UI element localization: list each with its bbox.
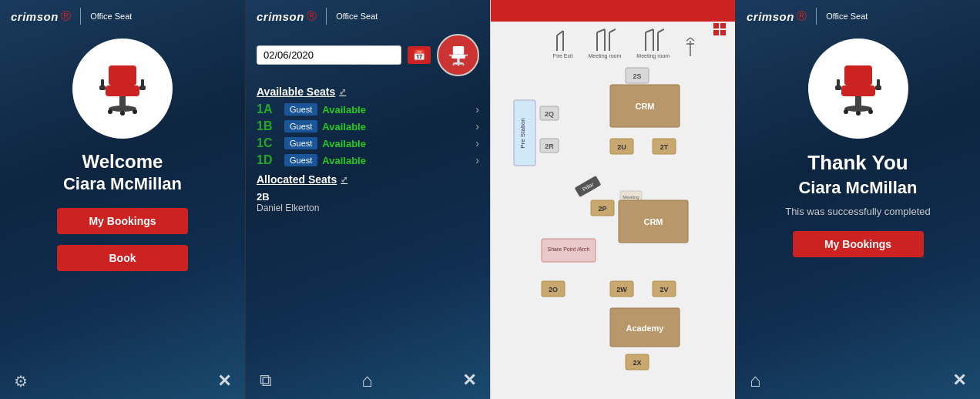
seat-row-1b[interactable]: 1B Guest Available › [257,119,479,133]
svg-rect-22 [713,30,719,35]
svg-point-79 [844,109,848,114]
seat-row-1c[interactable]: 1C Guest Available › [257,136,479,150]
close-icon-4[interactable]: ✕ [952,370,966,391]
home-icon-4[interactable]: ⌂ [750,370,761,391]
panel-welcome: crimson® Office Seat Welcome Ciara McMil… [0,0,245,399]
welcome-chair-circle [72,39,173,139]
svg-point-17 [462,63,464,65]
close-icon-1[interactable]: ✕ [217,371,231,391]
logo-bar-2: crimson® Office Seat [246,0,490,28]
svg-point-14 [452,62,463,64]
available-seats-header: Available Seats ⤢ [257,86,479,98]
svg-point-81 [868,109,873,114]
bottom-bar-4: ⌂ ✕ [736,370,980,391]
alloc-id-2b: 2B [257,191,479,203]
meeting-room-label-2: Meeting room [636,28,670,59]
logo-subtitle-1: Office Seat [90,12,132,21]
svg-rect-11 [452,46,463,54]
svg-text:Share Point /Arch: Share Point /Arch [548,246,590,252]
chevron-1d: › [475,154,479,166]
svg-rect-23 [720,30,726,35]
chair-icon-1 [92,58,153,119]
panel-thankyou: crimson® Office Seat Thank You Ciara McM… [735,0,980,399]
allocated-seat-2b: 2B Daniel Elkerton [257,191,479,213]
svg-text:CRM: CRM [643,217,663,226]
svg-rect-9 [101,79,104,87]
svg-line-28 [597,29,605,32]
calendar-icon[interactable]: 📅 [408,46,431,64]
svg-point-80 [856,111,861,116]
seat-badge-1a: Guest [284,103,317,116]
meeting-room-label-1: Meeting room [589,28,622,59]
svg-point-15 [452,63,454,65]
date-input[interactable] [257,45,401,65]
svg-rect-12 [451,54,465,59]
expand-available-icon[interactable]: ⤢ [339,87,346,97]
svg-rect-20 [713,23,719,28]
seat-row-1d[interactable]: 1D Guest Available › [257,153,479,167]
close-icon-2[interactable]: ✕ [462,370,476,391]
svg-text:Meeting: Meeting [623,195,639,200]
seat-badge-1c: Guest [284,137,317,149]
thankyou-chair-circle [808,39,908,139]
svg-text:Academy: Academy [626,324,665,333]
chevron-1a: › [475,103,479,116]
seat-status-1d: Available [322,155,471,166]
logo-divider-1 [80,8,81,25]
svg-rect-0 [109,65,136,86]
svg-line-25 [557,31,563,35]
map-top-bar [491,0,735,22]
svg-rect-2 [119,96,126,107]
svg-rect-18 [449,54,451,55]
seat-id-1c: 1C [257,136,280,150]
svg-text:2S: 2S [633,72,641,80]
chair-icon-4 [827,58,889,119]
svg-text:CRM: CRM [635,102,654,111]
svg-text:2U: 2U [617,143,626,151]
svg-rect-77 [855,96,861,107]
logo-name-2: crimson [257,10,304,23]
svg-text:2O: 2O [549,286,558,293]
my-bookings-button-4[interactable]: My Bookings [793,231,924,257]
floor-map: Fire Exit Meeting room [491,22,735,399]
welcome-name: Ciara McMillan [63,174,182,194]
logo-bar-4: crimson® Office Seat [736,0,980,28]
logo-divider-2 [326,8,327,25]
svg-point-78 [844,106,872,112]
svg-point-3 [109,106,136,112]
welcome-title: Welcome [82,151,163,173]
svg-text:2R: 2R [545,142,554,150]
seat-row-1a[interactable]: 1A Guest Available › [257,102,479,116]
svg-text:2X: 2X [633,359,641,367]
bottom-bar-2: ⧉ ⌂ ✕ [246,370,490,391]
svg-rect-1 [106,86,139,96]
svg-rect-21 [720,23,726,28]
my-bookings-button-1[interactable]: My Bookings [57,208,188,234]
book-button[interactable]: Book [57,245,188,271]
svg-line-40 [690,38,694,41]
svg-text:2V: 2V [659,286,668,293]
chair-thumb [437,34,479,76]
logo-name-1: crimson [11,10,59,23]
chevron-1b: › [475,120,479,132]
svg-point-6 [133,109,137,114]
alloc-name-2b: Daniel Elkerton [257,203,479,213]
settings-icon[interactable]: ⚙ [14,372,28,391]
allocated-seats-header: Allocated Seats ⤢ [257,173,479,186]
expand-allocated-icon[interactable]: ⤢ [341,175,347,185]
thankyou-title: Thank You [807,151,908,175]
svg-text:2P: 2P [598,205,606,213]
grid-view-icon[interactable] [713,23,727,40]
thankyou-name: Ciara McMillan [798,178,917,198]
seat-status-1b: Available [322,121,471,132]
logo-bar-1: crimson® Office Seat [0,0,245,28]
seat-badge-1d: Guest [284,154,317,166]
seat-id-1a: 1A [257,102,280,116]
home-icon-2[interactable]: ⌂ [361,370,373,391]
svg-line-33 [646,29,653,32]
layers-icon[interactable]: ⧉ [260,370,272,391]
panel-map: Fire Exit Meeting room [490,0,735,399]
fire-exit-label: Fire Exit [553,28,573,59]
svg-point-16 [457,64,458,65]
svg-rect-84 [837,79,840,87]
